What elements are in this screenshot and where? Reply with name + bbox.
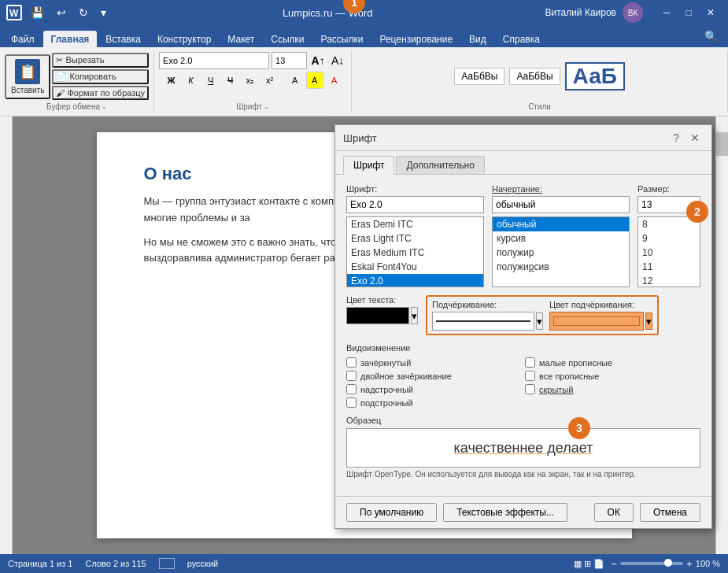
maximize-button[interactable]: □ (678, 2, 700, 24)
ok-button[interactable]: ОК (594, 503, 634, 522)
effect-hidden: скрытый (525, 384, 700, 394)
underline-select[interactable] (432, 312, 534, 331)
zoom-slider[interactable] (620, 562, 683, 565)
effect-small-caps-label: малые прописные (539, 358, 612, 368)
paste-label: Вставить (11, 86, 44, 94)
minimize-button[interactable]: ─ (656, 2, 678, 24)
increase-font-button[interactable]: A↑ (309, 52, 327, 69)
strikethrough-button[interactable]: Ч (222, 72, 239, 89)
callout-3: 3 (568, 417, 590, 439)
text-effects-button[interactable]: Текстовые эффекты... (443, 503, 567, 522)
font-name-dialog-input[interactable] (346, 196, 484, 213)
cut-button[interactable]: ✂ Вырезать (52, 53, 149, 68)
subscript-button[interactable]: x₂ (242, 72, 259, 89)
zoom-in-button[interactable]: + (686, 558, 693, 570)
redo-button[interactable]: ↻ (75, 5, 92, 20)
style-item-normal[interactable]: обычный (493, 217, 629, 231)
underline-color-select[interactable] (549, 312, 644, 331)
effect-superscript-label: надстрочный (360, 385, 413, 394)
callout3-container: 3 качественнее делает (346, 428, 700, 468)
tab-insert[interactable]: Вставка (98, 31, 149, 47)
underline-color-dropdown[interactable]: ▾ (645, 312, 652, 330)
style-item-bold[interactable]: полужир (493, 246, 629, 260)
zoom-out-button[interactable]: − (611, 558, 617, 570)
user-avatar: ВК (623, 2, 643, 23)
effect-hidden-check[interactable] (525, 384, 535, 394)
default-button[interactable]: По умолчанию (346, 503, 437, 522)
superscript-button[interactable]: x² (261, 72, 279, 89)
copy-button[interactable]: 📄 Копировать (52, 69, 149, 84)
tab-mailings[interactable]: Рассылки (313, 31, 371, 47)
effect-subscript-check[interactable] (346, 397, 357, 408)
format-paint-button[interactable]: 🖌 Формат по образцу (52, 86, 149, 100)
size-item-10[interactable]: 10 (638, 246, 700, 260)
font-item-eras-light[interactable]: Eras Light ITC (347, 231, 483, 246)
style-heading1[interactable]: АаБ (565, 62, 625, 91)
clipboard-expand[interactable]: ⌄ (102, 103, 107, 110)
style-item-italic[interactable]: курсив (493, 231, 629, 246)
underline-field: Подчёркивание: ▾ (432, 300, 543, 331)
italic-button[interactable]: К (183, 72, 200, 89)
dialog-help-button[interactable]: ? (669, 130, 683, 146)
font-color-button[interactable]: A (326, 72, 343, 89)
style-item-bold-italic[interactable]: полужирсив (493, 260, 629, 274)
tab-view[interactable]: Вид (461, 31, 494, 47)
effect-strikethrough-check[interactable] (346, 357, 357, 368)
tab-references[interactable]: Ссылки (263, 31, 312, 47)
dialog-title-bar: Шрифт ? ✕ (335, 125, 711, 151)
style-dialog-input[interactable] (492, 196, 630, 213)
search-ribbon-button[interactable]: 🔍 (700, 25, 722, 47)
save-button[interactable]: 💾 (27, 5, 48, 20)
style-normal[interactable]: АаБбВы (454, 68, 504, 85)
effect-small-caps-check[interactable] (525, 357, 535, 368)
font-item-eras-demi[interactable]: Eras Demi ITC (347, 217, 483, 231)
tab-help[interactable]: Справка (495, 31, 548, 47)
font-item-exo[interactable]: Exo 2.0 (347, 274, 483, 287)
tab-home[interactable]: Главная (43, 31, 98, 47)
effect-all-caps-label: все прописные (539, 372, 599, 381)
font-item-eras-medium[interactable]: Eras Medium ITC (347, 246, 483, 260)
font-item-eskal[interactable]: Eskal Font4You (347, 260, 483, 274)
font-expand[interactable]: ⌄ (264, 103, 269, 110)
undo-button[interactable]: ↩ (53, 5, 70, 20)
bold-button[interactable]: Ж (163, 72, 180, 89)
effect-double-strikethrough-check[interactable] (346, 371, 357, 381)
font-cols: Шрифт: Eras Demi ITC Eras Light ITC Eras… (346, 184, 700, 287)
cancel-button[interactable]: Отмена (640, 503, 700, 522)
tab-layout[interactable]: Макет (220, 31, 262, 47)
effect-superscript: надстрочный (346, 384, 522, 394)
text-color-dropdown[interactable]: ▾ (411, 307, 418, 324)
font-size-input[interactable] (272, 52, 307, 69)
highlight-button[interactable]: A (306, 72, 323, 89)
text-effects-button[interactable]: A (286, 72, 304, 89)
font-name-input[interactable] (159, 52, 269, 69)
text-color-select[interactable] (346, 307, 409, 324)
word-count: Слово 2 из 115 (85, 559, 146, 568)
close-button[interactable]: ✕ (700, 2, 722, 24)
language: русский (187, 559, 218, 568)
underline-button[interactable]: Ч (202, 72, 220, 89)
underline-dropdown[interactable]: ▾ (536, 312, 543, 330)
style-no-spacing[interactable]: АаБбВы (509, 68, 560, 85)
footer-btns-right: ОК Отмена (594, 503, 700, 522)
effect-superscript-check[interactable] (346, 384, 357, 394)
size-item-9[interactable]: 9 (638, 231, 700, 246)
font-group-content: A↑ A↓ Ж К Ч Ч x₂ x² A A A (159, 52, 346, 101)
size-item-11[interactable]: 11 (638, 260, 700, 274)
size-item-12[interactable]: 12 (638, 274, 700, 287)
effect-all-caps-check[interactable] (525, 371, 535, 381)
paste-button[interactable]: 📋 Вставить (5, 54, 50, 99)
tab-file[interactable]: Файл (3, 31, 42, 47)
font-col-label: Шрифт: (346, 184, 484, 194)
underline-label: Подчёркивание: (432, 300, 543, 309)
customize-button[interactable]: ▾ (97, 5, 110, 20)
tab-design[interactable]: Конструктор (150, 31, 219, 47)
tab-review[interactable]: Рецензирование (371, 31, 460, 47)
window-title: Lumpics.ru — Word (110, 7, 545, 19)
decrease-font-button[interactable]: A↓ (329, 52, 346, 69)
clipboard-group: 📋 Вставить ✂ Вырезать 📄 Копировать 🖌 Фор… (0, 50, 154, 113)
dialog-close-button[interactable]: ✕ (686, 130, 704, 146)
dialog-tab-advanced[interactable]: Дополнительно (396, 156, 484, 174)
dialog-tab-font[interactable]: Шрифт (343, 156, 394, 175)
effect-double-strikethrough: двойное зачёркивание (346, 371, 522, 381)
